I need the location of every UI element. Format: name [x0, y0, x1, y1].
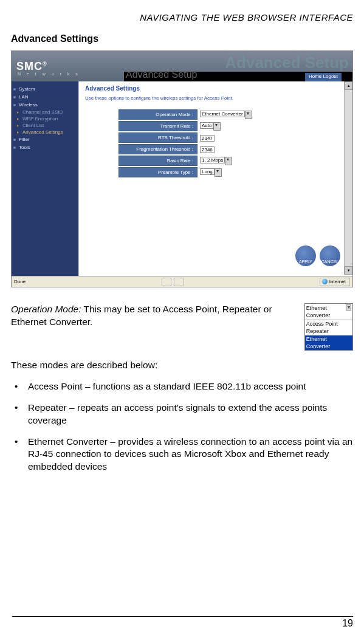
sidebar: System LAN Wireless Channel and SSID WEP…: [12, 81, 78, 276]
scroll-up-icon[interactable]: ▴: [345, 81, 352, 90]
label-frag: Fragmentation Threshold :: [118, 144, 197, 154]
status-cell: [162, 278, 171, 286]
select-preamble[interactable]: Long: [200, 168, 215, 175]
main-title: Advanced Settings: [85, 85, 346, 92]
mode-list: Access Point – functions as a standard I…: [11, 380, 353, 474]
logo: SMC®: [16, 60, 47, 73]
main-panel: Advanced Settings Use these options to c…: [78, 81, 352, 276]
sidebar-item-lan[interactable]: LAN: [12, 93, 78, 101]
section-title: Advanced Settings: [11, 33, 353, 44]
row-frag: Fragmentation Threshold : 2346: [118, 144, 346, 154]
select-transmit-rate[interactable]: Auto: [200, 122, 213, 129]
bullet-ethernet-converter: Ethernet Converter – provides a wireless…: [11, 436, 353, 474]
chevron-down-icon: [346, 304, 351, 311]
watermark: Advanced Setup: [225, 53, 349, 72]
sidebar-item-system[interactable]: System: [12, 85, 78, 93]
label-basic-rate: Basic Rate :: [118, 156, 197, 166]
bullet-access-point: Access Point – functions as a standard I…: [11, 380, 353, 393]
label-operation-mode: Operation Mode :: [118, 109, 197, 120]
modes-intro: These modes are described below:: [11, 359, 353, 372]
sidebar-sub-advanced[interactable]: Advanced Settings: [12, 129, 78, 136]
tab-label: Advanced Setup: [126, 69, 197, 80]
sidebar-item-wireless[interactable]: Wireless: [12, 101, 78, 109]
opmode-option: Repeater: [305, 328, 352, 335]
chevron-down-icon[interactable]: [225, 157, 232, 165]
bullet-repeater: Repeater – repeats an access point's sig…: [11, 402, 353, 427]
scroll-down-icon[interactable]: ▾: [345, 266, 352, 275]
chevron-down-icon[interactable]: [245, 111, 252, 119]
cancel-button[interactable]: CANCEL: [320, 245, 340, 266]
status-cell: [174, 278, 184, 286]
status-zone: Internet: [320, 278, 350, 286]
input-frag[interactable]: 2346: [200, 146, 215, 153]
sidebar-item-filter[interactable]: Filter: [12, 136, 78, 143]
sidebar-sub-wep[interactable]: WEP Encryption: [12, 115, 78, 122]
status-right-text: Internet: [329, 279, 346, 284]
topbar-links[interactable]: Home Logout: [305, 73, 342, 81]
screenshot-panel: SMC® N e t w o r k s Advanced Setup Adva…: [11, 50, 353, 287]
row-basic-rate: Basic Rate : 1, 2 Mbps: [118, 156, 346, 166]
row-rts: RTS Threshold : 2347: [118, 132, 346, 143]
sidebar-sub-clientlist[interactable]: Client List: [12, 122, 78, 129]
opmode-dropdown-illustration: Ethernet Converter Access Point Repeater…: [304, 303, 353, 351]
sidebar-sub-channel[interactable]: Channel and SSID: [12, 109, 78, 115]
row-operation-mode: Operation Mode : Ethernet Converter: [118, 109, 346, 120]
opmode-option-selected: Ethernet Converter: [305, 335, 352, 350]
scrollbar[interactable]: ▴ ▾: [344, 81, 352, 275]
row-preamble: Preamble Type : Long: [118, 167, 346, 177]
select-operation-mode[interactable]: Ethernet Converter: [200, 111, 245, 117]
row-transmit-rate: Transmit Rate : Auto: [118, 121, 346, 131]
main-desc: Use these options to configure the wirel…: [85, 95, 346, 101]
operation-mode-paragraph: Operation Mode: This may be set to Acces…: [11, 303, 298, 329]
input-rts[interactable]: 2347: [200, 135, 215, 142]
logo-sub: N e t w o r k s: [18, 72, 80, 76]
select-basic-rate[interactable]: 1, 2 Mbps: [200, 157, 225, 163]
settings-form: Operation Mode : Ethernet Converter Tran…: [118, 109, 346, 177]
lead-label: Operation Mode:: [11, 304, 81, 314]
globe-icon: [322, 279, 328, 284]
chevron-down-icon[interactable]: [213, 122, 221, 131]
sidebar-item-tools[interactable]: Tools: [12, 143, 78, 151]
opmode-dd-selected: Ethernet Converter: [305, 304, 352, 320]
page-header: NAVIGATING THE WEB BROWSER INTERFACE: [11, 12, 353, 22]
status-left: Done: [14, 279, 26, 284]
chevron-down-icon[interactable]: [215, 168, 222, 177]
apply-button[interactable]: APPLY: [295, 245, 316, 266]
label-rts: RTS Threshold :: [118, 132, 197, 143]
page-number: 19: [12, 616, 353, 629]
opmode-option: Access Point: [305, 320, 352, 328]
label-transmit-rate: Transmit Rate :: [118, 121, 197, 131]
status-bar: Done Internet: [12, 276, 352, 287]
label-preamble: Preamble Type :: [118, 167, 197, 177]
